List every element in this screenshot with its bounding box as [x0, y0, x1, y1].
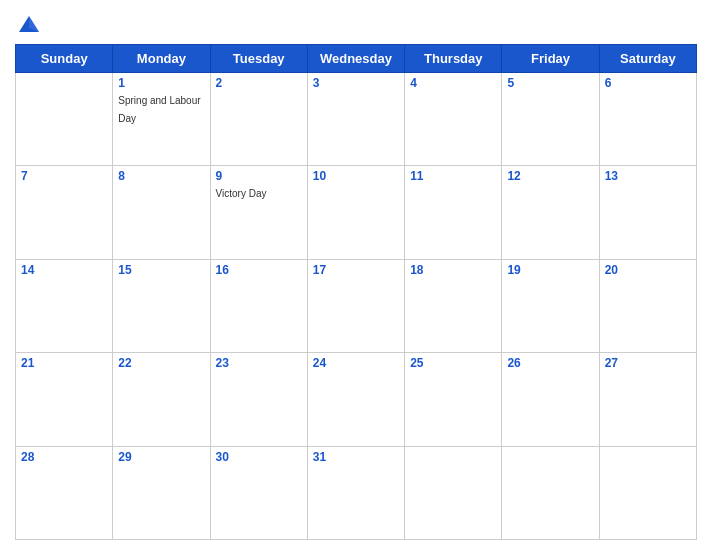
calendar-cell: 17: [307, 259, 404, 352]
day-number: 31: [313, 450, 399, 464]
day-number: 16: [216, 263, 302, 277]
calendar-week-row: 789Victory Day10111213: [16, 166, 697, 259]
calendar-cell: 8: [113, 166, 210, 259]
day-number: 9: [216, 169, 302, 183]
calendar-week-row: 14151617181920: [16, 259, 697, 352]
event-label: Spring and Labour Day: [118, 95, 200, 124]
day-number: 1: [118, 76, 204, 90]
day-number: 5: [507, 76, 593, 90]
calendar-cell: 7: [16, 166, 113, 259]
calendar-cell: 11: [405, 166, 502, 259]
calendar-cell: [599, 446, 696, 539]
calendar-cell: [405, 446, 502, 539]
calendar-cell: [16, 73, 113, 166]
weekday-header-row: SundayMondayTuesdayWednesdayThursdayFrid…: [16, 45, 697, 73]
calendar-cell: 9Victory Day: [210, 166, 307, 259]
day-number: 7: [21, 169, 107, 183]
calendar-cell: 25: [405, 353, 502, 446]
weekday-header-saturday: Saturday: [599, 45, 696, 73]
weekday-header-tuesday: Tuesday: [210, 45, 307, 73]
calendar-cell: 31: [307, 446, 404, 539]
calendar-cell: 2: [210, 73, 307, 166]
day-number: 21: [21, 356, 107, 370]
day-number: 3: [313, 76, 399, 90]
calendar-cell: 6: [599, 73, 696, 166]
day-number: 4: [410, 76, 496, 90]
calendar-cell: 14: [16, 259, 113, 352]
day-number: 25: [410, 356, 496, 370]
calendar-week-row: 21222324252627: [16, 353, 697, 446]
calendar-cell: 24: [307, 353, 404, 446]
day-number: 23: [216, 356, 302, 370]
day-number: 20: [605, 263, 691, 277]
weekday-header-sunday: Sunday: [16, 45, 113, 73]
day-number: 18: [410, 263, 496, 277]
logo: [15, 10, 47, 38]
day-number: 26: [507, 356, 593, 370]
page-header: [15, 10, 697, 38]
calendar-cell: 22: [113, 353, 210, 446]
day-number: 14: [21, 263, 107, 277]
day-number: 30: [216, 450, 302, 464]
calendar-cell: 20: [599, 259, 696, 352]
day-number: 10: [313, 169, 399, 183]
calendar-cell: 16: [210, 259, 307, 352]
day-number: 28: [21, 450, 107, 464]
calendar-cell: 5: [502, 73, 599, 166]
calendar-cell: 26: [502, 353, 599, 446]
logo-icon: [15, 10, 43, 38]
weekday-header-friday: Friday: [502, 45, 599, 73]
day-number: 27: [605, 356, 691, 370]
calendar-cell: 18: [405, 259, 502, 352]
calendar-cell: 19: [502, 259, 599, 352]
calendar-cell: 27: [599, 353, 696, 446]
calendar-cell: 4: [405, 73, 502, 166]
day-number: 29: [118, 450, 204, 464]
day-number: 15: [118, 263, 204, 277]
calendar-cell: 10: [307, 166, 404, 259]
day-number: 11: [410, 169, 496, 183]
weekday-header-thursday: Thursday: [405, 45, 502, 73]
calendar-cell: 29: [113, 446, 210, 539]
day-number: 22: [118, 356, 204, 370]
day-number: 17: [313, 263, 399, 277]
day-number: 8: [118, 169, 204, 183]
event-label: Victory Day: [216, 188, 267, 199]
calendar-cell: 12: [502, 166, 599, 259]
day-number: 24: [313, 356, 399, 370]
day-number: 12: [507, 169, 593, 183]
day-number: 6: [605, 76, 691, 90]
calendar-cell: 3: [307, 73, 404, 166]
calendar-cell: 15: [113, 259, 210, 352]
calendar-cell: 21: [16, 353, 113, 446]
calendar-week-row: 28293031: [16, 446, 697, 539]
day-number: 13: [605, 169, 691, 183]
weekday-header-wednesday: Wednesday: [307, 45, 404, 73]
calendar-cell: 28: [16, 446, 113, 539]
calendar-cell: 1Spring and Labour Day: [113, 73, 210, 166]
calendar-table: SundayMondayTuesdayWednesdayThursdayFrid…: [15, 44, 697, 540]
calendar-cell: [502, 446, 599, 539]
calendar-cell: 30: [210, 446, 307, 539]
day-number: 2: [216, 76, 302, 90]
calendar-cell: 23: [210, 353, 307, 446]
calendar-week-row: 1Spring and Labour Day23456: [16, 73, 697, 166]
weekday-header-monday: Monday: [113, 45, 210, 73]
day-number: 19: [507, 263, 593, 277]
calendar-cell: 13: [599, 166, 696, 259]
